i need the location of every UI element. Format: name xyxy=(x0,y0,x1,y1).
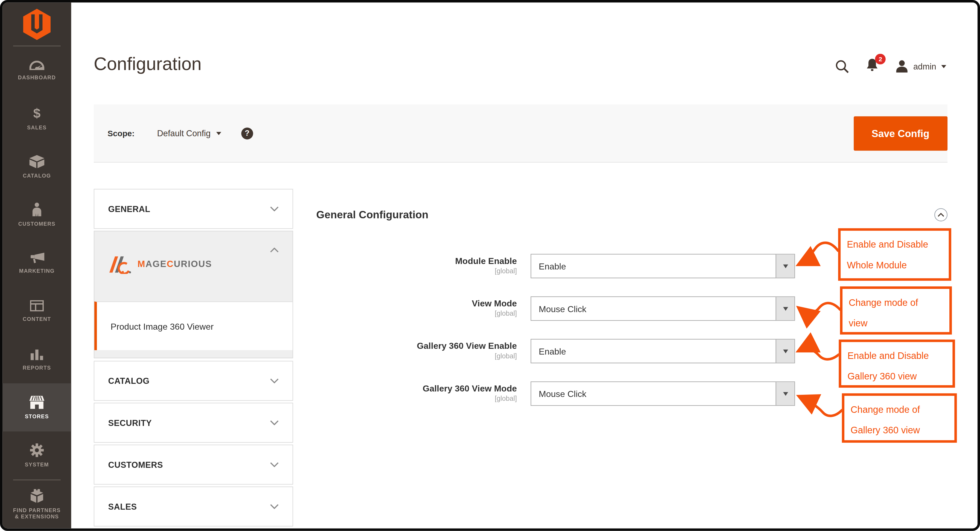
dashboard-gauge-icon xyxy=(29,61,44,70)
admin-username: admin xyxy=(913,62,936,71)
marketing-megaphone-icon xyxy=(29,252,44,263)
magecurious-logo-icon xyxy=(107,254,132,274)
chevron-down-icon xyxy=(270,462,278,467)
find-partners-brick-icon xyxy=(29,489,44,502)
user-icon xyxy=(896,60,908,72)
app-window: DASHBOARD $ SALES CATALOG CUSTOMERS MARK… xyxy=(0,0,980,531)
config-nav-group-magecurious: MAGECURIOUS Product Image 360 Viewer xyxy=(94,231,293,358)
field-scope: [global] xyxy=(317,352,517,360)
select-dropdown-button[interactable] xyxy=(776,297,795,321)
config-nav-section-catalog[interactable]: CATALOG xyxy=(94,361,293,401)
notification-badge: 2 xyxy=(875,54,886,65)
sidebar-item-label: MARKETING xyxy=(19,267,55,274)
sidebar-item-label: CUSTOMERS xyxy=(18,221,56,227)
chevron-down-icon xyxy=(270,420,278,425)
sidebar-item-dashboard[interactable]: DASHBOARD xyxy=(2,46,71,94)
sidebar-item-label: REPORTS xyxy=(23,365,51,371)
sales-dollar-icon: $ xyxy=(33,107,40,120)
notifications-button[interactable]: 2 xyxy=(866,59,878,74)
save-config-button[interactable]: Save Config xyxy=(853,116,947,151)
sidebar-item-label: CONTENT xyxy=(23,316,51,322)
stores-storefront-icon xyxy=(29,395,44,409)
config-nav-item-product-image-360-viewer[interactable]: Product Image 360 Viewer xyxy=(94,301,293,350)
screenshot-viewport: DASHBOARD $ SALES CATALOG CUSTOMERS MARK… xyxy=(0,0,980,531)
sidebar-item-reports[interactable]: REPORTS xyxy=(2,335,71,383)
chevron-down-icon xyxy=(270,206,278,211)
catalog-box-icon xyxy=(29,155,44,168)
select-dropdown-button[interactable] xyxy=(776,382,795,405)
select-dropdown-button[interactable] xyxy=(776,254,795,277)
chevron-down-icon xyxy=(941,65,946,68)
sidebar-item-stores[interactable]: STORES xyxy=(2,383,71,431)
sidebar-item-label: SALES xyxy=(27,124,47,131)
scope-value: Default Config xyxy=(157,129,210,138)
annotation-box-module-enable: Enable and Disable Whole Module xyxy=(838,228,951,281)
page-actions-bar: Scope: Default Config ? Save Config xyxy=(94,105,947,163)
header-actions: 2 admin xyxy=(835,59,946,74)
customers-person-icon xyxy=(32,203,42,216)
gallery-360-view-enable-select[interactable]: Enable xyxy=(531,339,795,363)
content-page-icon xyxy=(30,300,44,311)
field-label: Gallery 360 View Enable xyxy=(317,341,517,352)
chevron-down-icon xyxy=(216,132,221,135)
system-gear-icon xyxy=(30,443,44,457)
chevron-down-icon xyxy=(783,307,788,311)
sidebar-item-label: SYSTEM xyxy=(25,461,49,468)
page-title: Configuration xyxy=(94,54,202,74)
config-nav-section-customers[interactable]: CUSTOMERS xyxy=(94,445,293,485)
sidebar-item-marketing[interactable]: MARKETING xyxy=(2,239,71,287)
sidebar-item-label: STORES xyxy=(25,413,49,419)
section-title: General Configuration xyxy=(317,209,428,221)
sidebar-item-customers[interactable]: CUSTOMERS xyxy=(2,191,71,239)
config-nav: GENERAL MAGECURIOUS Product Image 360 Vi… xyxy=(94,189,293,528)
config-nav-section-sales[interactable]: SALES xyxy=(94,486,293,526)
collapse-section-button[interactable] xyxy=(934,208,947,221)
chevron-up-icon xyxy=(938,212,945,217)
annotation-box-view-mode: Change mode of view xyxy=(840,286,952,335)
chevron-down-icon xyxy=(783,392,788,395)
chevron-down-icon xyxy=(270,378,278,383)
magento-logo-icon xyxy=(23,8,51,40)
reports-chart-icon xyxy=(30,348,43,360)
config-nav-section-magecurious[interactable]: MAGECURIOUS xyxy=(94,231,293,301)
magecurious-logo: MAGECURIOUS xyxy=(107,254,212,274)
field-label: Module Enable xyxy=(317,256,517,266)
magecurious-logo-text: MAGECURIOUS xyxy=(138,259,212,269)
annotation-box-gallery-mode: Change mode of Gallery 360 view xyxy=(842,393,957,443)
scope-label: Scope: xyxy=(107,129,135,138)
sidebar-item-system[interactable]: SYSTEM xyxy=(2,431,71,480)
module-enable-select[interactable]: Enable xyxy=(531,254,795,278)
chevron-down-icon xyxy=(270,504,278,509)
sidebar-item-catalog[interactable]: CATALOG xyxy=(2,142,71,191)
gallery-360-view-mode-select[interactable]: Mouse Click xyxy=(531,381,795,406)
select-dropdown-button[interactable] xyxy=(776,340,795,363)
chevron-down-icon xyxy=(783,264,788,268)
config-nav-section-general[interactable]: GENERAL xyxy=(94,189,293,229)
sidebar-item-sales[interactable]: $ SALES xyxy=(2,94,71,142)
scope-switcher[interactable]: Default Config xyxy=(157,129,221,138)
annotation-box-gallery-enable: Enable and Disable Gallery 360 view xyxy=(838,340,955,387)
sidebar-item-label: CATALOG xyxy=(23,172,51,179)
search-icon[interactable] xyxy=(835,60,849,73)
view-mode-select[interactable]: Mouse Click xyxy=(531,296,795,321)
page-header: Configuration 2 admin xyxy=(72,2,978,105)
sidebar-item-content[interactable]: CONTENT xyxy=(2,287,71,335)
field-label: View Mode xyxy=(317,298,517,309)
sidebar-item-label: FIND PARTNERS& EXTENSIONS xyxy=(13,507,61,520)
config-nav-section-security[interactable]: SECURITY xyxy=(94,403,293,443)
field-scope: [global] xyxy=(317,309,517,317)
chevron-up-icon xyxy=(270,247,278,252)
sidebar-item-find-partners[interactable]: FIND PARTNERS& EXTENSIONS xyxy=(2,480,71,528)
field-scope: [global] xyxy=(317,266,517,275)
chevron-down-icon xyxy=(783,349,788,353)
scope-help-icon[interactable]: ? xyxy=(241,127,253,139)
magento-logo[interactable] xyxy=(2,2,71,46)
field-scope: [global] xyxy=(317,394,517,403)
sidebar-item-label: DASHBOARD xyxy=(18,74,56,80)
field-label: Gallery 360 View Mode xyxy=(317,383,517,394)
admin-menu[interactable]: admin xyxy=(896,60,947,72)
admin-sidebar: DASHBOARD $ SALES CATALOG CUSTOMERS MARK… xyxy=(2,2,71,528)
